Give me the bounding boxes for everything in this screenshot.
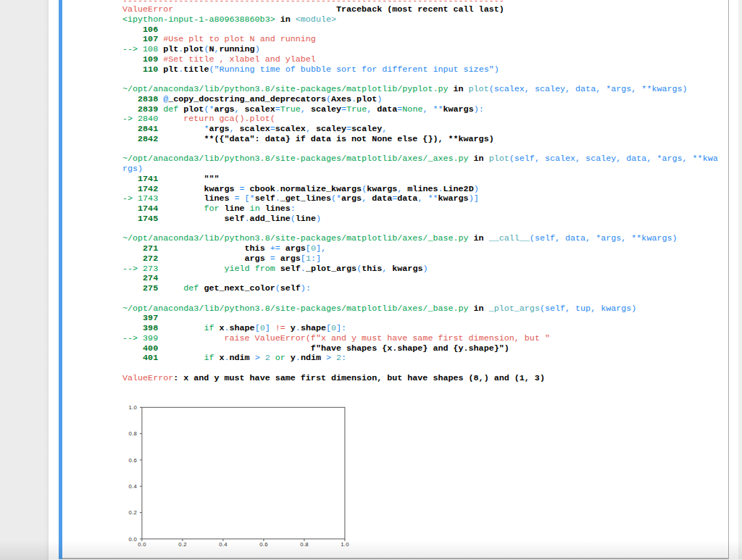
svg-text:0.2: 0.2 [128,509,137,516]
svg-text:0.4: 0.4 [128,483,137,490]
svg-text:0.6: 0.6 [128,457,137,464]
svg-text:0.8: 0.8 [128,430,137,437]
svg-text:1.0: 1.0 [128,404,137,411]
